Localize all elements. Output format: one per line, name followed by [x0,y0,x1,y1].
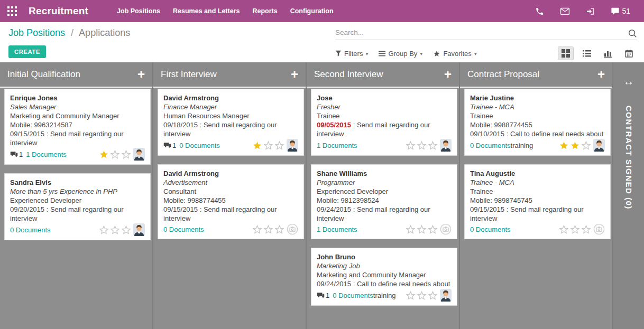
avatar[interactable] [437,289,452,302]
star-empty-icon[interactable] [582,225,591,234]
applicant-photo-avatar[interactable] [287,139,298,152]
applicant-photo-avatar[interactable] [593,139,605,152]
apps-grid-icon[interactable] [0,6,23,16]
avatar[interactable] [437,223,452,235]
top-menu-job-positions[interactable]: Job Positions [111,7,167,15]
avatar[interactable] [284,139,298,152]
star-empty-icon[interactable] [582,141,591,150]
documents-link[interactable]: 0 Documents [10,225,51,234]
star-filled-icon[interactable] [571,141,579,150]
kanban-column-header[interactable]: Initial Qualification+ [0,62,152,88]
next-activity: 09/18/2015 : Send mail regarding our int… [163,120,298,138]
star-empty-icon[interactable] [111,225,119,234]
collapsed-column-contract-signed[interactable]: ↔CONTRACT SIGNED (0) [613,62,644,329]
add-record-icon[interactable]: + [137,68,145,81]
breadcrumb-job-positions[interactable]: Job Positions [8,27,65,38]
star-filled-icon[interactable] [253,141,262,150]
star-empty-icon[interactable] [111,150,119,159]
applicant-card[interactable]: Tina AugustieTrainee - MCATraineeMobile:… [464,164,611,239]
mail-icon[interactable] [560,7,570,15]
app-brand[interactable]: Recruitment [29,5,88,17]
messages-count-icon[interactable] [317,292,325,299]
messages-count-icon[interactable] [10,151,18,158]
avatar[interactable] [131,148,145,161]
control-panel: Job Positions / Applications CREATE Filt… [0,22,644,62]
applicant-card[interactable]: JoseFresherTrainee09/05/2015 : Send mail… [311,89,457,156]
phone-icon[interactable] [535,7,544,16]
applicant-card[interactable]: Shane WilliamsProgrammerExperienced Deve… [311,164,457,239]
topbar-icons: 51 [535,7,644,16]
messages-icon[interactable]: 51 [611,7,630,15]
documents-link[interactable]: 1 Documents [317,141,357,150]
add-record-icon[interactable]: + [444,68,452,81]
messages-count-icon[interactable] [163,142,171,149]
add-record-icon[interactable]: + [597,68,605,81]
avatar[interactable] [284,223,298,235]
applicant-card[interactable]: David ArmstrongFinance ManagerHuman Reso… [158,89,304,156]
star-empty-icon[interactable] [428,291,437,300]
applicant-card[interactable]: Marie JustineTrainee - MCATraineeMobile:… [464,89,611,156]
documents-link[interactable]: 0 Documents [179,141,220,150]
applicant-photo-avatar[interactable] [133,223,145,236]
star-empty-icon[interactable] [417,291,426,300]
top-menu-configuration[interactable]: Configuration [284,7,340,15]
star-empty-icon[interactable] [122,225,131,234]
star-empty-icon[interactable] [406,225,415,234]
expand-column-icon[interactable]: ↔ [623,69,634,94]
group-by-button[interactable]: Group By▾ [379,50,422,58]
star-empty-icon[interactable] [253,225,262,234]
list-view-button[interactable] [579,47,595,60]
star-empty-icon[interactable] [99,225,108,234]
star-filled-icon[interactable] [99,150,108,159]
star-empty-icon[interactable] [275,225,284,234]
kanban-column-header[interactable]: Second Interview+ [307,62,459,88]
star-empty-icon[interactable] [264,141,273,150]
documents-link[interactable]: 0 Documents [333,291,373,300]
create-button[interactable]: CREATE [8,45,46,58]
applicant-photo-avatar[interactable] [133,148,145,161]
avatar[interactable] [591,139,605,152]
add-record-icon[interactable]: + [291,68,298,81]
documents-link[interactable]: 0 Documents [470,141,511,150]
favorites-button[interactable]: Favorites▾ [433,50,477,58]
search-icon[interactable] [628,29,637,40]
star-empty-icon[interactable] [406,291,415,300]
camera-placeholder-avatar[interactable] [440,223,452,235]
kanban-column-header[interactable]: First Interview+ [153,62,306,88]
documents-link[interactable]: 1 Documents [317,225,357,234]
star-empty-icon[interactable] [275,141,284,150]
star-empty-icon[interactable] [122,150,131,159]
applicant-photo-avatar[interactable] [440,139,452,152]
applicant-card[interactable]: Sandra ElvisMore than 5 yrs Experience i… [4,173,151,240]
documents-link[interactable]: 0 Documents [163,225,204,234]
sign-in-icon[interactable] [586,7,595,16]
search-input[interactable] [335,26,615,39]
camera-placeholder-avatar[interactable] [593,223,605,235]
documents-link[interactable]: 1 Documents [26,150,67,159]
star-empty-icon[interactable] [264,225,273,234]
graph-view-button[interactable] [600,47,616,60]
applicant-photo-avatar[interactable] [440,289,452,302]
star-empty-icon[interactable] [406,141,415,150]
avatar[interactable] [591,223,605,235]
star-empty-icon[interactable] [559,225,568,234]
kanban-column-header[interactable]: Contract Proposal+ [460,62,612,88]
avatar[interactable] [131,223,145,236]
documents-link[interactable]: 0 Documents [470,225,511,234]
star-empty-icon[interactable] [417,141,426,150]
kanban-view-button[interactable] [558,46,574,60]
star-empty-icon[interactable] [417,225,426,234]
avatar[interactable] [437,139,452,152]
applicant-card[interactable]: David ArmstrongAdvertisementConsultantMo… [158,164,304,239]
top-menu-resumes-and-letters[interactable]: Resumes and Letters [167,7,246,15]
star-filled-icon[interactable] [559,141,568,150]
star-empty-icon[interactable] [571,225,579,234]
star-empty-icon[interactable] [428,225,437,234]
star-empty-icon[interactable] [428,141,437,150]
top-menu-reports[interactable]: Reports [246,7,283,15]
applicant-card[interactable]: John BrunoMarketing JobMarketing and Com… [311,248,457,306]
applicant-card[interactable]: Enrique JonesSales ManagerMarketing and … [4,89,151,165]
filters-button[interactable]: Filters▾ [335,50,368,58]
calendar-view-button[interactable] [621,47,637,60]
camera-placeholder-avatar[interactable] [287,223,298,235]
